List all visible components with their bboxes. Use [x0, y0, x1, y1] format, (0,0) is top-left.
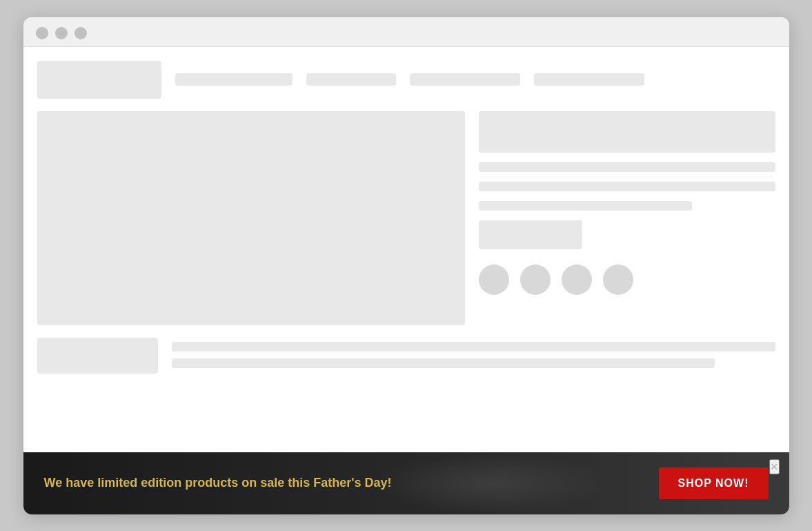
- nav-skeleton-3: [410, 73, 520, 86]
- color-option-3[interactable]: [562, 264, 592, 295]
- banner-overlay: × We have limited edition products on sa…: [23, 452, 789, 514]
- browser-window: × We have limited edition products on sa…: [23, 17, 789, 514]
- dot-minimize[interactable]: [55, 27, 68, 39]
- add-to-cart-skeleton: [479, 220, 582, 249]
- nav-skeleton-4: [534, 73, 644, 86]
- detail-line-2: [479, 182, 775, 191]
- bottom-line-1: [172, 342, 775, 351]
- header-row: [37, 61, 775, 99]
- banner-close-button[interactable]: ×: [769, 459, 780, 474]
- banner-background-image: [375, 452, 610, 514]
- bottom-lines: [172, 338, 775, 374]
- logo-skeleton: [37, 61, 161, 99]
- right-panel: [479, 111, 775, 325]
- banner-message: We have limited edition products on sale…: [44, 475, 392, 491]
- main-image-skeleton: [37, 111, 465, 325]
- detail-line-3: [479, 201, 693, 211]
- color-option-2[interactable]: [520, 264, 551, 295]
- dot-maximize[interactable]: [75, 27, 87, 39]
- color-option-4[interactable]: [603, 264, 633, 295]
- main-content: [37, 111, 775, 325]
- browser-toolbar: [23, 17, 789, 47]
- detail-line-1: [479, 162, 775, 172]
- shop-now-button[interactable]: SHOP NOW!: [659, 467, 769, 499]
- bottom-line-2: [172, 358, 715, 368]
- nav-skeleton-1: [175, 73, 293, 86]
- color-option-1[interactable]: [479, 264, 509, 295]
- browser-content: × We have limited edition products on sa…: [23, 47, 789, 514]
- color-options: [479, 264, 775, 295]
- dot-close[interactable]: [36, 27, 48, 39]
- product-title-skeleton: [479, 111, 775, 153]
- bottom-thumbnail: [37, 338, 158, 374]
- bottom-row: [37, 338, 775, 374]
- left-panel: [37, 111, 465, 325]
- nav-skeleton-2: [306, 73, 396, 86]
